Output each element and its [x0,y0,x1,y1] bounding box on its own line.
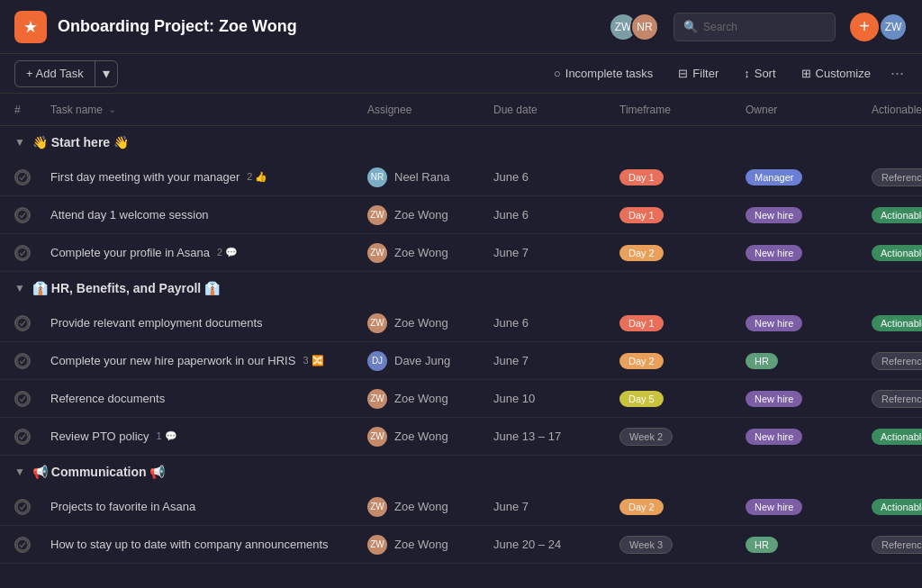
task-checkbox[interactable] [14,207,31,223]
owner-badge: New hire [746,207,802,223]
assignee-name: Zoe Wong [394,430,448,443]
section-header-hr-benefits[interactable]: ▼ 👔 HR, Benefits, and Payroll 👔 [0,272,922,304]
sections-container: ▼ 👋 Start here 👋 First day meeting with … [0,126,922,564]
assignee-avatar: ZW [367,427,387,447]
task-name[interactable]: Projects to favorite in Asana [50,500,195,513]
task-checkbox[interactable] [14,315,31,331]
task-name-cell: How to stay up to date with company anno… [50,538,367,551]
task-checkbox[interactable] [14,429,31,445]
task-checkbox[interactable] [14,353,31,369]
avatar-current-user[interactable]: ZW [879,13,908,41]
task-name[interactable]: How to stay up to date with company anno… [50,538,329,551]
timeframe-badge: Day 1 [619,315,664,331]
task-row: Complete your new hire paperwork in our … [0,342,922,380]
actionable-badge: Reference [872,168,922,186]
search-placeholder: Search [703,21,737,33]
section-header-start-here[interactable]: ▼ 👋 Start here 👋 [0,126,922,158]
due-date-cell: June 6 [493,316,619,330]
actionable-badge: Actionable [872,207,922,223]
assignee-name: Zoe Wong [394,392,448,405]
task-checkbox[interactable] [14,537,31,553]
search-bar[interactable]: 🔍 Search [673,13,836,41]
assignee-name: Zoe Wong [394,208,448,222]
task-row: Complete your profile in Asana 2 💬 ZW Zo… [0,234,922,272]
timeframe-badge: Day 2 [619,499,664,515]
svg-point-1 [17,210,28,221]
assignee-cell: ZW Zoe Wong [367,313,493,333]
task-name[interactable]: Complete your new hire paperwork in our … [50,354,295,367]
avatar-group: ZW NR [609,13,659,41]
task-meta: 1 💬 [157,430,177,442]
task-row: Attend day 1 welcome session ZW Zoe Wong… [0,196,922,234]
timeframe-badge: Day 2 [619,353,664,369]
assignee-avatar: ZW [367,497,387,517]
assignee-avatar: DJ [367,351,387,371]
timeframe-cell: Day 1 [619,168,746,185]
timeframe-badge: Day 2 [619,245,664,261]
assignee-name: Zoe Wong [394,246,448,259]
section-chevron: ▼ [14,282,25,294]
owner-cell: New hire [746,206,872,223]
task-row: Projects to favorite in Asana ZW Zoe Won… [0,488,922,526]
task-meta: 2 👍 [247,171,267,183]
actionable-badge: Actionable [872,429,922,445]
owner-badge: New hire [746,391,802,407]
check-icon [16,209,29,222]
task-checkbox[interactable] [14,391,31,407]
actionable-badge: Actionable [872,245,922,261]
assignee-avatar: ZW [367,313,387,333]
task-name-cell: Complete your new hire paperwork in our … [50,354,367,367]
customize-btn[interactable]: ⊞ Customize [792,61,880,86]
due-date-cell: June 20 – 24 [493,538,619,551]
check-icon [16,430,29,443]
assignee-cell: ZW Zoe Wong [367,427,493,447]
add-button[interactable]: + [850,13,879,41]
owner-badge: New hire [746,245,802,261]
task-name[interactable]: Attend day 1 welcome session [50,208,209,222]
col-number: # [14,104,50,116]
task-name[interactable]: Provide relevant employment documents [50,316,263,330]
due-date-cell: June 7 [493,246,619,259]
filter-btn[interactable]: ⊟ Filter [669,61,728,86]
sort-btn[interactable]: ↕ Sort [735,61,784,86]
task-checkbox[interactable] [14,245,31,261]
task-name[interactable]: Reference documents [50,392,165,405]
timeframe-cell: Week 2 [619,428,746,446]
add-task-button[interactable]: + Add Task ▾ [14,60,118,87]
table-wrap: # Task name ⌄ Assignee Due date Timefram… [0,94,922,588]
actionable-cell: Actionable [872,498,908,515]
check-icon [16,317,29,330]
task-checkbox[interactable] [14,169,31,185]
due-date-cell: June 6 [493,170,619,184]
timeframe-cell: Day 5 [619,390,746,407]
section-title: 📢 Communication 📢 [32,465,166,479]
incomplete-tasks-btn[interactable]: ○ Incomplete tasks [545,61,662,86]
timeframe-cell: Day 2 [619,352,746,369]
avatar-2[interactable]: NR [630,13,659,41]
section-title: 👋 Start here 👋 [32,135,129,149]
col-task-name: Task name ⌄ [50,104,367,116]
col-timeframe: Timeframe [619,104,746,116]
owner-cell: HR [746,352,872,369]
section-title: 👔 HR, Benefits, and Payroll 👔 [32,281,220,295]
owner-cell: New hire [746,390,872,407]
add-task-dropdown[interactable]: ▾ [95,61,117,86]
task-name-cell: Attend day 1 welcome session [50,208,367,222]
col-due-date: Due date [493,104,619,116]
section-header-communication[interactable]: ▼ 📢 Communication 📢 [0,456,922,488]
timeframe-badge: Day 1 [619,207,664,223]
actionable-badge: Actionable [872,315,922,331]
actionable-cell: Actionable [872,244,908,261]
task-name[interactable]: First day meeting with your manager [50,170,240,184]
task-name[interactable]: Complete your profile in Asana [50,246,210,259]
task-row: Reference documents ZW Zoe Wong June 10 … [0,380,922,418]
timeframe-badge: Week 2 [619,428,673,446]
more-btn[interactable]: ··· [887,60,908,86]
actionable-badge: Reference [872,536,922,554]
task-checkbox[interactable] [14,499,31,515]
task-name[interactable]: Review PTO policy [50,430,149,443]
add-task-main[interactable]: + Add Task [15,61,95,86]
check-icon [16,393,29,405]
sort-icon: ↕ [744,67,750,80]
owner-cell: New hire [746,428,872,445]
